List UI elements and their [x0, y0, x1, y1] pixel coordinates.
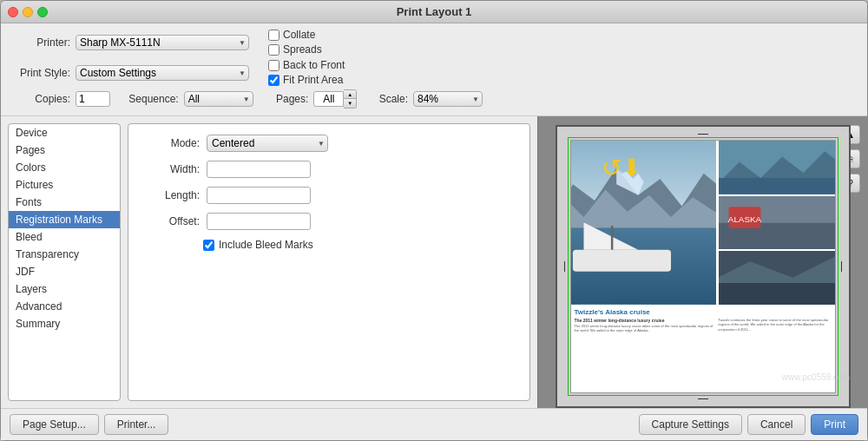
- bottom-right-buttons: Capture Settings Cancel Print: [639, 414, 858, 435]
- preview-mountain: [571, 141, 716, 305]
- collate-checkbox-label[interactable]: Collate: [268, 29, 322, 41]
- svg-rect-5: [572, 250, 670, 272]
- length-input[interactable]: 5 mm: [207, 187, 311, 204]
- preview-article-title: Twizzle's Alaska cruise: [575, 308, 832, 316]
- sidebar-item-summary[interactable]: Summary: [9, 315, 120, 332]
- offset-input[interactable]: 5 mm: [207, 213, 311, 230]
- page-setup-button[interactable]: Page Setup...: [10, 414, 99, 435]
- mode-select[interactable]: Centered: [207, 135, 328, 152]
- preview-panel: ▲ ⎘ ?: [537, 116, 867, 408]
- fit-print-area-checkbox[interactable]: [268, 75, 279, 86]
- sidebar-item-transparency[interactable]: Transparency: [9, 246, 120, 263]
- width-input[interactable]: 0.088 mm: [207, 161, 311, 178]
- scale-label: Scale:: [373, 93, 408, 105]
- pages-stepper[interactable]: ▲ ▼: [344, 89, 357, 109]
- scale-select[interactable]: 84%: [413, 91, 483, 107]
- sidebar-item-pictures[interactable]: Pictures: [9, 176, 120, 194]
- left-panel: Device Pages Colors Pictures Fonts Regis…: [1, 116, 537, 408]
- preview-right-mid-img: ALASKA: [719, 196, 835, 250]
- traffic-lights: [8, 7, 48, 17]
- width-label: Width:: [139, 163, 200, 175]
- print-button[interactable]: Print: [811, 414, 858, 435]
- print-style-label: Print Style:: [10, 67, 70, 79]
- preview-page: ↺⬇: [571, 141, 835, 392]
- length-label: Length:: [139, 189, 200, 201]
- reg-mark-top: [698, 134, 708, 135]
- print-style-select[interactable]: Custom Settings: [76, 65, 249, 81]
- bottom-left-buttons: Page Setup... Printer...: [10, 414, 168, 435]
- sidebar-item-advanced[interactable]: Advanced: [9, 298, 120, 315]
- sidebar-item-jdf[interactable]: JDF: [9, 263, 120, 280]
- sidebar-item-layers[interactable]: Layers: [9, 280, 120, 298]
- settings-panel: Mode: Centered Width: 0.088 mm Length: 5…: [128, 123, 530, 401]
- svg-text:ALASKA: ALASKA: [728, 214, 762, 223]
- sidebar-item-fonts[interactable]: Fonts: [9, 194, 120, 211]
- offset-label: Offset:: [139, 215, 200, 227]
- sidebar-item-colors[interactable]: Colors: [9, 159, 120, 176]
- title-bar: Print Layout 1: [1, 1, 867, 23]
- pages-up-btn[interactable]: ▲: [344, 90, 356, 99]
- main-content: Device Pages Colors Pictures Fonts Regis…: [1, 116, 867, 408]
- preview-body: The 2011 winter long-distance luxury cru…: [575, 324, 715, 333]
- pages-input[interactable]: [313, 91, 344, 107]
- spreads-checkbox-label[interactable]: Spreads: [268, 43, 322, 56]
- include-bleed-checkbox[interactable]: [203, 240, 214, 251]
- svg-rect-7: [610, 226, 613, 250]
- sidebar: Device Pages Colors Pictures Fonts Regis…: [8, 123, 121, 401]
- reg-mark-right: [841, 261, 842, 272]
- pages-label: Pages:: [269, 93, 308, 105]
- sequence-label: Sequence:: [127, 93, 179, 105]
- bottom-bar: Page Setup... Printer... Capture Setting…: [1, 408, 867, 440]
- include-bleed-label[interactable]: Include Bleed Marks: [203, 239, 519, 251]
- reg-mark-bottom: [698, 398, 708, 399]
- svg-rect-16: [719, 283, 835, 305]
- maximize-button[interactable]: [37, 7, 48, 17]
- sidebar-item-device[interactable]: Device: [9, 124, 120, 142]
- pages-down-btn[interactable]: ▼: [344, 99, 356, 108]
- mode-label: Mode:: [139, 137, 200, 149]
- printer-button[interactable]: Printer...: [104, 414, 169, 435]
- sidebar-item-bleed[interactable]: Bleed: [9, 228, 120, 246]
- preview-right-top-img: [719, 141, 835, 194]
- fit-print-area-label[interactable]: Fit Print Area: [268, 74, 345, 86]
- collate-checkbox[interactable]: [268, 30, 279, 41]
- window-title: Print Layout 1: [397, 5, 472, 18]
- svg-rect-10: [719, 178, 835, 194]
- preview-right-bot-img: [719, 251, 835, 305]
- rotation-icon: ↺⬇: [602, 154, 641, 182]
- back-to-front-label[interactable]: Back to Front: [268, 59, 345, 71]
- sidebar-item-registration-marks[interactable]: Registration Marks: [9, 211, 120, 228]
- spreads-checkbox[interactable]: [268, 44, 279, 56]
- printer-label: Printer:: [10, 36, 70, 49]
- print-dialog: Print Layout 1 Printer: Sharp MX-5111N C…: [0, 0, 868, 441]
- sidebar-item-pages[interactable]: Pages: [9, 142, 120, 159]
- capture-settings-button[interactable]: Capture Settings: [639, 414, 742, 435]
- sequence-select[interactable]: All: [184, 91, 253, 107]
- cancel-button[interactable]: Cancel: [747, 414, 806, 435]
- top-controls: Printer: Sharp MX-5111N Collate Spreads …: [1, 23, 867, 116]
- reg-mark-left: [564, 261, 565, 272]
- back-to-front-checkbox[interactable]: [268, 60, 279, 71]
- preview-right-images: ALASKA: [719, 141, 835, 305]
- preview-area: ↺⬇: [556, 125, 851, 408]
- close-button[interactable]: [8, 7, 18, 17]
- copies-label: Copies:: [10, 93, 70, 105]
- copies-input[interactable]: [76, 91, 110, 107]
- preview-body-right: Twizzle continues the three-year cruise …: [718, 318, 831, 332]
- minimize-button[interactable]: [23, 7, 33, 17]
- preview-main-image: ↺⬇: [571, 141, 716, 305]
- preview-inner: ↺⬇: [570, 140, 836, 393]
- watermark: www.pc0559.com: [782, 372, 850, 382]
- printer-select[interactable]: Sharp MX-5111N: [76, 35, 249, 50]
